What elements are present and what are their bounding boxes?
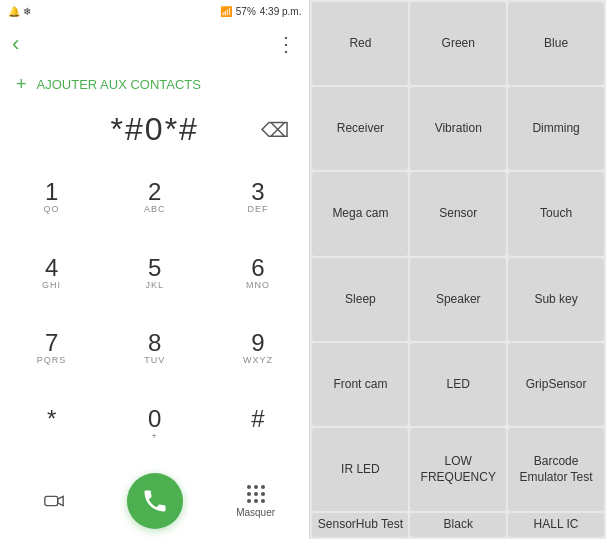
test-btn-ir-led[interactable]: IR LED — [312, 428, 408, 511]
key-number-0: 0 — [148, 407, 161, 431]
key-letters-4: GHI — [42, 280, 61, 292]
add-contact-icon: + — [16, 74, 27, 95]
display-area: *#0*# ⌫ — [0, 103, 309, 156]
key-number-4: 4 — [45, 256, 58, 280]
key-letters-0: + — [152, 431, 158, 443]
key-letters-2: ABC — [144, 204, 166, 216]
test-btn-sensor[interactable]: Sensor — [410, 172, 506, 255]
test-grid-panel: Red Green Blue Receiver Vibration Dimmin… — [310, 0, 606, 539]
bottom-actions: Masquer — [0, 467, 309, 539]
dial-key-1[interactable]: 1 QO — [0, 160, 103, 236]
grid-dots-icon — [247, 485, 265, 503]
dialpad: 1 QO 2 ABC 3 DEF 4 GHI 5 JKL 6 MNO 7 PQR… — [0, 156, 309, 467]
signal-icon: 📶 — [220, 6, 232, 17]
test-btn-led[interactable]: LED — [410, 343, 506, 426]
key-letters-6: MNO — [246, 280, 270, 292]
dial-key-6[interactable]: 6 MNO — [206, 236, 309, 312]
test-btn-speaker[interactable]: Speaker — [410, 258, 506, 341]
test-btn-blue[interactable]: Blue — [508, 2, 604, 85]
top-bar: ‹ ⋮ — [0, 22, 309, 66]
dial-key-hash[interactable]: # — [206, 387, 309, 463]
key-number-2: 2 — [148, 180, 161, 204]
dialer-panel: 🔔 ❄ 📶 57% 4:39 p.m. ‹ ⋮ + AJOUTER AUX CO… — [0, 0, 309, 539]
key-letters-7: PQRS — [37, 355, 67, 367]
key-number-8: 8 — [148, 331, 161, 355]
test-btn-sleep[interactable]: Sleep — [312, 258, 408, 341]
add-contact-label: AJOUTER AUX CONTACTS — [37, 77, 201, 92]
test-btn-black[interactable]: Black — [410, 513, 506, 537]
dial-key-2[interactable]: 2 ABC — [103, 160, 206, 236]
more-options-button[interactable]: ⋮ — [276, 32, 297, 56]
key-number-9: 9 — [251, 331, 264, 355]
svg-marker-1 — [58, 496, 63, 505]
dial-key-9[interactable]: 9 WXYZ — [206, 312, 309, 388]
back-button[interactable]: ‹ — [12, 31, 19, 57]
add-contact-row[interactable]: + AJOUTER AUX CONTACTS — [0, 66, 309, 103]
key-number-1: 1 — [45, 180, 58, 204]
call-button[interactable] — [127, 473, 183, 529]
test-btn-front-cam[interactable]: Front cam — [312, 343, 408, 426]
key-number-6: 6 — [251, 256, 264, 280]
key-letters-9: WXYZ — [243, 355, 273, 367]
test-btn-barcode-emulator[interactable]: Barcode Emulator Test — [508, 428, 604, 511]
dial-key-0[interactable]: 0 + — [103, 387, 206, 463]
test-btn-mega-cam[interactable]: Mega cam — [312, 172, 408, 255]
test-btn-vibration[interactable]: Vibration — [410, 87, 506, 170]
test-btn-sensor-hub[interactable]: SensorHub Test — [312, 513, 408, 537]
key-letters-5: JKL — [145, 280, 164, 292]
dial-key-7[interactable]: 7 PQRS — [0, 312, 103, 388]
test-btn-hall-ic[interactable]: HALL IC — [508, 513, 604, 537]
time-text: 4:39 p.m. — [260, 6, 302, 17]
key-number-5: 5 — [148, 256, 161, 280]
status-bar: 🔔 ❄ 📶 57% 4:39 p.m. — [0, 0, 309, 22]
test-btn-red[interactable]: Red — [312, 2, 408, 85]
battery-text: 57% — [236, 6, 256, 17]
key-number-hash: # — [251, 407, 264, 431]
test-btn-green[interactable]: Green — [410, 2, 506, 85]
dial-key-8[interactable]: 8 TUV — [103, 312, 206, 388]
display-number: *#0*# — [16, 111, 293, 148]
key-letters-1: QO — [44, 204, 60, 216]
svg-rect-0 — [45, 496, 58, 505]
key-letters-8: TUV — [144, 355, 165, 367]
masquer-button[interactable]: Masquer — [236, 485, 275, 518]
video-call-button[interactable] — [34, 481, 74, 521]
dial-key-star[interactable]: * — [0, 387, 103, 463]
test-btn-dimming[interactable]: Dimming — [508, 87, 604, 170]
backspace-button[interactable]: ⌫ — [257, 114, 293, 146]
key-number-3: 3 — [251, 180, 264, 204]
dial-key-4[interactable]: 4 GHI — [0, 236, 103, 312]
test-btn-low-frequency[interactable]: LOW FREQUENCY — [410, 428, 506, 511]
test-btn-receiver[interactable]: Receiver — [312, 87, 408, 170]
key-number-7: 7 — [45, 331, 58, 355]
notification-icons: 🔔 ❄ — [8, 6, 31, 17]
dial-key-5[interactable]: 5 JKL — [103, 236, 206, 312]
status-bar-right: 📶 57% 4:39 p.m. — [220, 6, 302, 17]
test-btn-sub-key[interactable]: Sub key — [508, 258, 604, 341]
test-btn-grip-sensor[interactable]: GripSensor — [508, 343, 604, 426]
key-letters-3: DEF — [247, 204, 268, 216]
key-number-star: * — [47, 407, 56, 431]
masquer-label: Masquer — [236, 507, 275, 518]
dial-key-3[interactable]: 3 DEF — [206, 160, 309, 236]
test-btn-touch[interactable]: Touch — [508, 172, 604, 255]
status-bar-left: 🔔 ❄ — [8, 6, 31, 17]
